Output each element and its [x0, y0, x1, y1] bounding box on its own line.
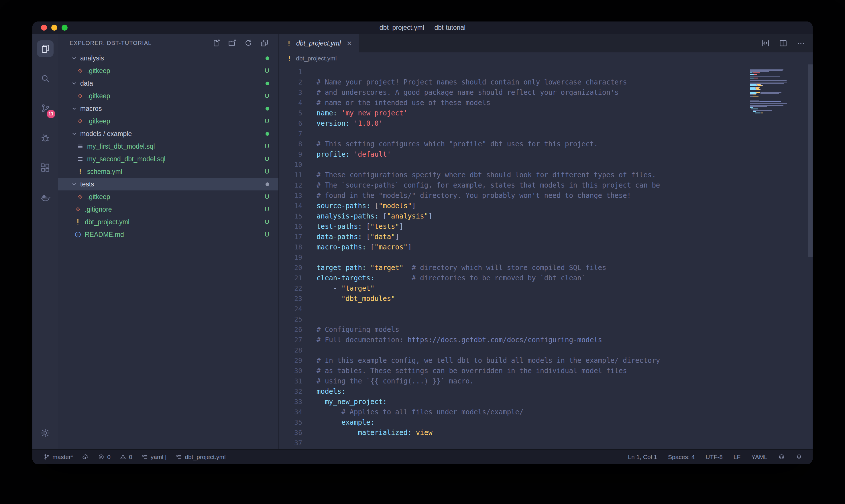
status-encoding[interactable]: UTF-8 — [705, 454, 723, 461]
activity-settings-button[interactable] — [37, 425, 54, 441]
yaml-icon — [74, 218, 82, 226]
tree-file-gitignore[interactable]: .gitignoreU — [58, 203, 278, 216]
git-decoration — [266, 182, 269, 186]
tree-folder-analysis[interactable]: analysis — [58, 52, 278, 65]
tree-file-gitkeep[interactable]: .gitkeepU — [58, 65, 278, 77]
refresh-explorer-button[interactable] — [244, 39, 253, 47]
code-line: 16test-paths: ["tests"] — [279, 221, 813, 232]
code-line: 18macro-paths: ["macros"] — [279, 242, 813, 252]
window-title: dbt_project.yml — dbt-tutorial — [379, 24, 466, 32]
minimap-line — [750, 97, 805, 98]
line-number: 23 — [279, 293, 302, 304]
status-cursor-position[interactable]: Ln 1, Col 1 — [628, 454, 657, 461]
git-decoration: U — [265, 218, 269, 226]
new-folder-button[interactable] — [228, 39, 237, 47]
tree-folder-macros[interactable]: macros — [58, 102, 278, 115]
tab-dbt-project-yml[interactable]: dbt_project.yml× — [279, 34, 359, 52]
status-notifications[interactable] — [796, 454, 802, 460]
line-number: 19 — [279, 252, 302, 263]
extensions-icon — [40, 163, 50, 173]
code-line: 35 example: — [279, 417, 813, 428]
chevron-down-icon — [71, 130, 78, 137]
minimap-line — [750, 74, 805, 75]
checklist-icon — [176, 454, 182, 460]
line-text: # found in the "models/" directory. You … — [317, 191, 631, 201]
docker-icon — [40, 193, 50, 203]
zoom-window-button[interactable] — [61, 25, 68, 31]
folder-label: tests — [80, 180, 94, 188]
tree-file-my-first-dbt-model-sql[interactable]: my_first_dbt_model.sqlU — [58, 140, 278, 152]
line-text: # Full documentation: https://docs.getdb… — [317, 335, 602, 345]
new-file-button[interactable] — [212, 39, 220, 47]
status-errors[interactable]: 0 — [98, 454, 111, 461]
folder-label: analysis — [80, 54, 104, 62]
more-actions-button[interactable] — [796, 39, 805, 48]
split-editor-button[interactable] — [779, 39, 787, 48]
code-line: 22 - "target" — [279, 283, 813, 293]
tree-file-gitkeep[interactable]: .gitkeepU — [58, 191, 278, 203]
tree-file-readme-md[interactable]: README.mdU — [58, 228, 278, 241]
error-icon — [98, 454, 105, 460]
minimap-line — [750, 72, 805, 73]
activity-explorer-button[interactable] — [37, 40, 54, 57]
tree-folder-models-example[interactable]: models / example — [58, 127, 278, 140]
status-indentation[interactable]: Spaces: 4 — [668, 454, 695, 461]
code-line: 10 — [279, 160, 813, 170]
status-eol[interactable]: LF — [734, 454, 741, 461]
collapse-folders-button[interactable] — [260, 39, 269, 47]
cloud-upload-icon — [82, 454, 89, 460]
code-line: 17data-paths: ["data"] — [279, 232, 813, 242]
line-number: 1 — [279, 67, 302, 77]
activity-run-debug-button[interactable] — [37, 130, 54, 146]
line-number: 31 — [279, 376, 302, 386]
line-text: macro-paths: ["macros"] — [317, 242, 412, 252]
file-label: my_second_dbt_model.sql — [87, 155, 165, 163]
open-changes-icon — [761, 39, 770, 48]
status-label: Spaces: 4 — [668, 454, 695, 461]
untracked-badge: U — [265, 143, 269, 150]
status-feedback[interactable] — [778, 454, 785, 460]
activity-search-button[interactable] — [37, 70, 54, 87]
minimap[interactable] — [750, 67, 805, 115]
minimap-line — [750, 105, 805, 106]
file-label: .gitkeep — [87, 118, 110, 125]
tree-file-dbt-project-yml[interactable]: dbt_project.ymlU — [58, 216, 278, 228]
minimap-line — [750, 101, 805, 102]
minimap-line — [750, 106, 805, 107]
line-text: # and underscores. A good package name s… — [317, 87, 619, 98]
close-window-button[interactable] — [41, 25, 47, 31]
tree-file-gitkeep[interactable]: .gitkeepU — [58, 115, 278, 127]
editor-scrollbar[interactable] — [808, 65, 813, 257]
tree-file-gitkeep[interactable]: .gitkeepU — [58, 90, 278, 102]
activity-docker-button[interactable] — [37, 189, 54, 206]
tree-file-my-second-dbt-model-sql[interactable]: my_second_dbt_model.sqlU — [58, 152, 278, 165]
git-decoration: U — [265, 168, 269, 175]
changes-dot — [266, 107, 269, 110]
code-line: 32models: — [279, 386, 813, 397]
breadcrumb-item[interactable]: dbt_project.yml — [286, 55, 337, 62]
minimap-line — [750, 67, 805, 68]
status-publish-changes[interactable] — [82, 454, 89, 460]
activity-source-control-button[interactable]: 11 — [37, 100, 54, 116]
open-changes-button[interactable] — [761, 39, 770, 48]
minimize-window-button[interactable] — [51, 25, 57, 31]
status-linter-file[interactable]: dbt_project.yml — [176, 454, 226, 461]
status-linter-language[interactable]: yaml | — [142, 454, 167, 461]
debug-icon — [40, 133, 50, 143]
close-tab-icon[interactable]: × — [347, 39, 352, 48]
tree-folder-tests[interactable]: tests — [58, 178, 278, 191]
activity-extensions-button[interactable] — [37, 160, 54, 176]
status-language-mode[interactable]: YAML — [751, 454, 767, 461]
status-warnings[interactable]: 0 — [120, 454, 132, 461]
line-number: 12 — [279, 180, 302, 191]
status-branch[interactable]: master* — [43, 454, 73, 461]
folder-label: macros — [80, 105, 102, 112]
code-line: 2# Name your project! Project names shou… — [279, 77, 813, 87]
code-editor[interactable]: 12# Name your project! Project names sho… — [279, 65, 813, 449]
tree-folder-data[interactable]: data — [58, 77, 278, 90]
tree-file-schema-yml[interactable]: schema.ymlU — [58, 165, 278, 178]
new-file-icon — [212, 39, 220, 47]
code-line: 26# Configuring models — [279, 324, 813, 335]
search-icon — [40, 73, 50, 84]
line-number: 9 — [279, 149, 302, 160]
